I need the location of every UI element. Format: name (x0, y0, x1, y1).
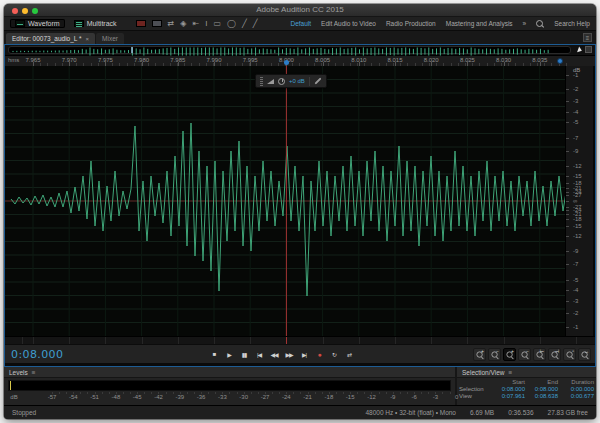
time-value[interactable]: 0:08.000 (491, 386, 525, 392)
workspace-item-radio-production[interactable]: Radio Production (386, 20, 436, 27)
selection-view-panel: Selection/View ≡ StartEndDurationSelecti… (457, 367, 596, 405)
row-label-selection: Selection (459, 386, 491, 392)
zoom-window-icon[interactable] (32, 8, 38, 14)
db-scale-tick (566, 219, 569, 220)
spot-healing-brush-icon[interactable]: ╱ (253, 19, 258, 28)
file-duration: 0:36.536 (508, 409, 533, 416)
db-scale-tick (566, 176, 569, 177)
tab-mixer[interactable]: Mixer (96, 33, 124, 44)
zoom-in-amplitude-button[interactable]: + (473, 348, 486, 361)
db-scale-label: -4 (573, 109, 578, 115)
amplitude-db-scale[interactable]: dB -1-1-2-2-3-3-4-4-5-5-7-7-9-9-12-12-15… (565, 66, 593, 336)
marquee-selection-tool-icon[interactable]: ▭ (213, 19, 221, 28)
levels-scale-label: -39 (175, 394, 184, 400)
show-waveform-icon[interactable] (136, 20, 146, 27)
levels-panel-title[interactable]: Levels (9, 369, 28, 376)
close-icon[interactable]: × (86, 36, 90, 42)
time-value[interactable]: 0:07.961 (491, 393, 525, 399)
workspace-item-default[interactable]: Default (290, 20, 311, 27)
time-value[interactable]: 0:08.638 (525, 393, 558, 399)
playhead-handle[interactable] (284, 60, 289, 65)
workspace-item-mastering-and-analysis[interactable]: Mastering and Analysis (446, 20, 513, 27)
loop-playback-button[interactable]: ↻ (330, 351, 338, 358)
show-spectral-icon[interactable] (152, 20, 162, 27)
paintbrush-selection-tool-icon[interactable]: ╱ (242, 19, 247, 28)
db-scale-tick (566, 151, 569, 152)
time-display[interactable]: 0:08.000 (5, 348, 63, 361)
levels-scale-label: -54 (69, 394, 78, 400)
search-icon[interactable] (536, 20, 544, 28)
column-header-end: End (525, 379, 558, 385)
workspace-overflow-icon[interactable]: » (523, 20, 527, 27)
edit-pencil-icon[interactable] (314, 77, 321, 84)
levels-scale-label: -48 (112, 394, 121, 400)
waveform-canvas[interactable]: +0 dB (5, 66, 565, 336)
hud-grip-icon[interactable] (260, 77, 263, 86)
minimize-window-icon[interactable] (22, 8, 28, 14)
time-value[interactable]: 0:00.677 (558, 393, 594, 399)
pause-button[interactable]: ▮▮ (240, 351, 248, 358)
record-button[interactable]: ● (315, 351, 323, 358)
multitrack-view-button[interactable]: Multitrack (69, 19, 122, 28)
time-value[interactable]: 0:08.000 (525, 386, 558, 392)
lasso-selection-tool-icon[interactable]: ◯ (227, 19, 236, 28)
play-button[interactable]: ▶ (225, 351, 233, 358)
search-help-label[interactable]: Search Help (554, 20, 590, 27)
levels-scale-label: -3 (433, 394, 438, 400)
slip-tool-icon[interactable]: ⇤ (192, 19, 199, 28)
db-scale-tick (566, 313, 569, 314)
window-controls[interactable] (12, 8, 38, 14)
workspace-item-edit-audio-to-video[interactable]: Edit Audio to Video (321, 20, 376, 27)
panel-menu-icon[interactable]: ≡ (583, 33, 592, 42)
multitrack-view-label: Multitrack (87, 20, 117, 27)
razor-tool-icon[interactable]: ◈ (180, 19, 186, 28)
overview-menu-icon[interactable] (585, 46, 592, 53)
db-scale-tick (566, 89, 569, 90)
db-scale-tick (566, 236, 569, 237)
db-scale-label: -9 (573, 148, 578, 154)
zoom-to-selection-button[interactable]: ▫ (563, 348, 576, 361)
waveform-view-button[interactable]: Waveform (10, 19, 65, 28)
rewind-button[interactable]: ◀◀ (270, 351, 278, 358)
gain-value[interactable]: +0 dB (289, 78, 305, 84)
time-selection-tool-icon[interactable]: I (205, 19, 207, 28)
window-title: Adobe Audition CC 2015 (4, 4, 596, 16)
zoom-in-at-out-point-button[interactable]: ⊣ (548, 348, 561, 361)
skip-to-previous-button[interactable]: |◀ (255, 351, 263, 358)
move-tool-icon[interactable]: ⇄ (168, 19, 175, 28)
overview-view-indicator[interactable] (131, 47, 133, 53)
zoom-out-full-button[interactable]: ↔ (578, 348, 591, 361)
timeline-ruler[interactable]: hms 7.9657.9707.9757.9807.9857.9907.9958… (5, 56, 595, 66)
zoom-out-amplitude-button[interactable]: − (488, 348, 501, 361)
skip-selection-button[interactable]: ⇄ (345, 351, 353, 358)
db-scale-label: ∞ (573, 198, 577, 204)
tool-icons: ⇄◈⇤I▭◯╱╱ (136, 19, 258, 28)
title-bar[interactable]: Adobe Audition CC 2015 (4, 4, 596, 17)
time-value[interactable]: 0:00.000 (558, 386, 594, 392)
db-scale-tick (566, 138, 569, 139)
db-scale-label: -2 (573, 310, 578, 316)
zoom-in-time-button[interactable]: + (503, 348, 516, 361)
waveform-display[interactable]: +0 dB dB -1-1-2-2-3-3-4-4-5-5-7-7-9-9-12… (5, 66, 595, 336)
transport-buttons: ■▶▮▮|◀◀◀▶▶▶|●↻⇄ (210, 351, 353, 358)
close-window-icon[interactable] (12, 8, 18, 14)
blue-dot-indicator (557, 58, 563, 64)
zoom-in-at-in-point-button[interactable]: ⊢ (533, 348, 546, 361)
selection-view-title[interactable]: Selection/View (462, 369, 505, 376)
level-meter (8, 380, 451, 391)
zoom-out-time-button[interactable]: − (518, 348, 531, 361)
db-scale-label: -15 (573, 223, 582, 229)
tab-editor[interactable]: Editor: 00073_audio_L * × (6, 33, 95, 44)
db-scale-tick (566, 214, 569, 215)
overview-cursor-icon[interactable] (577, 46, 583, 53)
levels-menu-icon[interactable]: ≡ (32, 369, 36, 376)
hud-gain-control[interactable]: +0 dB (255, 74, 327, 88)
skip-to-next-button[interactable]: ▶| (300, 351, 308, 358)
overview-navigator[interactable] (5, 45, 595, 56)
selection-view-menu-icon[interactable]: ≡ (509, 369, 513, 376)
overview-strip[interactable] (8, 46, 571, 54)
scroll-strip[interactable] (5, 336, 595, 344)
gain-knob[interactable] (278, 78, 285, 85)
stop-button[interactable]: ■ (210, 351, 218, 357)
fast-forward-button[interactable]: ▶▶ (285, 351, 293, 358)
